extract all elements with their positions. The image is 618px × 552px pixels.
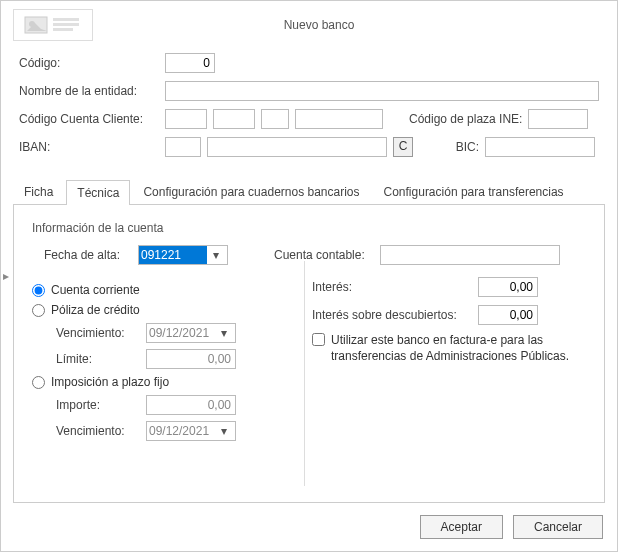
iban-label: IBAN: (19, 140, 159, 154)
impos-importe-label: Importe: (56, 398, 146, 412)
nombre-input[interactable] (165, 81, 599, 101)
plaza-label: Código de plaza INE: (409, 112, 522, 126)
iban-calc-button[interactable]: C (393, 137, 413, 157)
interes-label: Interés: (312, 280, 472, 294)
svg-rect-4 (53, 28, 73, 31)
radio-cuenta-corriente[interactable] (32, 284, 45, 297)
impos-venc-label: Vencimiento: (56, 424, 146, 438)
tab-transferencias[interactable]: Configuración para transferencias (373, 179, 575, 204)
chevron-down-icon[interactable]: ▾ (215, 326, 233, 340)
dialog-icon (13, 9, 93, 41)
svg-rect-2 (53, 18, 79, 21)
interes-input[interactable] (478, 277, 538, 297)
radio-poliza[interactable] (32, 304, 45, 317)
codigo-input[interactable] (165, 53, 215, 73)
radio-imposicion[interactable] (32, 376, 45, 389)
ccc-input-3[interactable] (261, 109, 289, 129)
check-facturae-label: Utilizar este banco en factura-e para la… (331, 333, 586, 364)
poliza-venc-label: Vencimiento: (56, 326, 146, 340)
radio-poliza-label: Póliza de crédito (51, 303, 140, 317)
divider (304, 261, 305, 486)
tab-cuadernos[interactable]: Configuración para cuadernos bancarios (132, 179, 370, 204)
codigo-label: Código: (19, 56, 159, 70)
expand-strip[interactable]: ▸ (1, 261, 11, 291)
cuenta-contable-label: Cuenta contable: (274, 248, 374, 262)
ccc-input-4[interactable] (295, 109, 383, 129)
svg-rect-3 (53, 23, 79, 26)
interes-desc-label: Interés sobre descubiertos: (312, 308, 472, 322)
ccc-input-1[interactable] (165, 109, 207, 129)
iban-input-1[interactable] (165, 137, 201, 157)
chevron-down-icon[interactable]: ▾ (215, 424, 233, 438)
fecha-alta-label: Fecha de alta: (44, 248, 132, 262)
nombre-label: Nombre de la entidad: (19, 84, 159, 98)
bic-input[interactable] (485, 137, 595, 157)
fecha-alta-input[interactable]: ▾ (138, 245, 228, 265)
poliza-limite-input[interactable] (146, 349, 236, 369)
tab-ficha[interactable]: Ficha (13, 179, 64, 204)
radio-impos-label: Imposición a plazo fijo (51, 375, 169, 389)
impos-venc-input[interactable]: ▾ (146, 421, 236, 441)
poliza-limite-label: Límite: (56, 352, 146, 366)
section-title: Información de la cuenta (32, 221, 586, 235)
cuenta-contable-input[interactable] (380, 245, 560, 265)
plaza-input[interactable] (528, 109, 588, 129)
ccc-input-2[interactable] (213, 109, 255, 129)
impos-importe-input[interactable] (146, 395, 236, 415)
check-facturae[interactable] (312, 333, 325, 346)
tab-tecnica[interactable]: Técnica (66, 180, 130, 205)
chevron-down-icon[interactable]: ▾ (207, 248, 225, 262)
radio-cc-label: Cuenta corriente (51, 283, 140, 297)
ccc-label: Código Cuenta Cliente: (19, 112, 159, 126)
iban-input-2[interactable] (207, 137, 387, 157)
accept-button[interactable]: Aceptar (420, 515, 503, 539)
bic-label: BIC: (449, 140, 479, 154)
cancel-button[interactable]: Cancelar (513, 515, 603, 539)
dialog-title: Nuevo banco (113, 18, 605, 32)
poliza-venc-input[interactable]: ▾ (146, 323, 236, 343)
interes-desc-input[interactable] (478, 305, 538, 325)
